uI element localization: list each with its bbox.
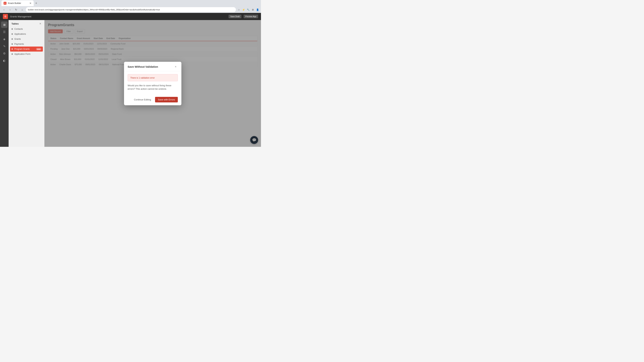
sidebar-label-grants: Grants [14,38,21,40]
address-bar: ‹ › ↻ ⌂ builder-next.knack.com/ziggysapp… [0,6,261,13]
sidebar-item-application-form[interactable]: Application Form [8,52,44,57]
sidebar-title: Tables [12,22,19,25]
tab-close-btn[interactable]: ✕ [30,2,32,5]
nav-icon-home[interactable]: ⊞ [1,21,8,28]
sidebar-dot-application-form [12,53,13,55]
modal-title: Save Without Validation [128,65,158,68]
app-container: G Grants Management Save Draft Preview A… [0,13,261,147]
url-bar[interactable]: builder-next.knack.com/ziggysapps/grants… [26,7,236,12]
sidebar: Tables ✕ Contacts Applications Grants Pa… [8,20,44,147]
bookmark-icon[interactable]: ☆ [237,8,241,12]
sidebar-dot-grants [12,38,13,40]
back-button[interactable]: ‹ [2,7,6,12]
preview-app-button[interactable]: Preview App [244,15,258,18]
sidebar-item-applications[interactable]: Applications [8,31,44,36]
content-area: ProgramGrants Add Record Filter Export S… [44,20,261,147]
tab-label: Knack Builder [8,2,21,4]
sidebar-label-program-grants: Program Grants [14,48,30,50]
new-tab-button[interactable]: + [34,1,39,6]
nav-icon-users[interactable]: ◐ [1,57,8,64]
nav-icon-data[interactable]: ☰ [1,29,8,35]
modal-body: There is 1 validation error Would you li… [124,71,182,95]
modal-footer: Continue Editing Save with Errors [124,95,182,105]
sidebar-label-applications: Applications [14,33,26,35]
sidebar-collapse-icon[interactable]: ✕ [39,22,42,25]
modal-overlay: Save Without Validation × There is 1 val… [44,20,261,147]
tab-bar: K Knack Builder ✕ + [0,0,261,6]
browser-icons: ☆ ⚡ 🔧 ⚙ 👤 [237,8,260,12]
app-logo: G [3,14,8,19]
browser-chrome: K Knack Builder ✕ + ‹ › ↻ ⌂ builder-next… [0,0,261,13]
modal-dialog: Save Without Validation × There is 1 val… [124,62,182,105]
url-text: builder-next.knack.com/ziggysapps/grants… [28,8,160,11]
sidebar-label-contacts: Contacts [14,28,23,30]
sidebar-dot-applications [12,33,13,35]
profile-icon[interactable]: 👤 [256,8,260,12]
sidebar-dot-contacts [12,28,13,30]
nav-icon-settings[interactable]: ✎ [1,43,8,49]
sidebar-item-payments[interactable]: Payments [8,41,44,46]
sidebar-dot-payments [12,43,13,45]
continue-editing-button[interactable]: Continue Editing [132,97,153,102]
app-header: G Grants Management Save Draft Preview A… [0,13,261,20]
extension-icon-3[interactable]: ⚙ [251,8,255,12]
sidebar-label-application-form: Application Form [14,53,30,55]
tab-favicon: K [4,2,6,5]
modal-header: Save Without Validation × [124,62,182,71]
validation-error-box: There is 1 validation error [128,74,178,81]
sidebar-dot-program-grants [12,48,13,50]
modal-close-button[interactable]: × [174,65,178,69]
sidebar-item-program-grants[interactable]: Program Grants ●●● [10,46,43,52]
sidebar-header: Tables ✕ [8,20,44,26]
home-button[interactable]: ⌂ [20,7,25,12]
sidebar-label-payments: Payments [14,43,24,45]
nav-icon-design[interactable]: ◈ [1,36,8,42]
main-layout: ⊞ ☰ ◈ ✎ ⚙ ◐ Tables ✕ Contacts Applicatio… [0,20,261,147]
nav-icon-api[interactable]: ⚙ [1,50,8,57]
modal-description: Would you like to save without fixing th… [128,84,178,91]
extension-icon-1[interactable]: ⚡ [242,8,246,12]
app-name: Grants Management [10,15,31,18]
sidebar-badge-program-grants: ●●● [36,48,42,50]
reload-button[interactable]: ↻ [14,7,19,12]
sidebar-item-grants[interactable]: Grants [8,36,44,41]
save-with-errors-button[interactable]: Save with Errors [155,97,178,102]
forward-button[interactable]: › [8,7,12,12]
active-tab[interactable]: K Knack Builder ✕ [2,0,34,6]
left-nav: ⊞ ☰ ◈ ✎ ⚙ ◐ [0,20,8,147]
save-draft-button[interactable]: Save Draft [228,15,242,18]
sidebar-item-contacts[interactable]: Contacts [8,26,44,31]
validation-error-text: There is 1 validation error [130,77,155,79]
extension-icon-2[interactable]: 🔧 [246,8,250,12]
